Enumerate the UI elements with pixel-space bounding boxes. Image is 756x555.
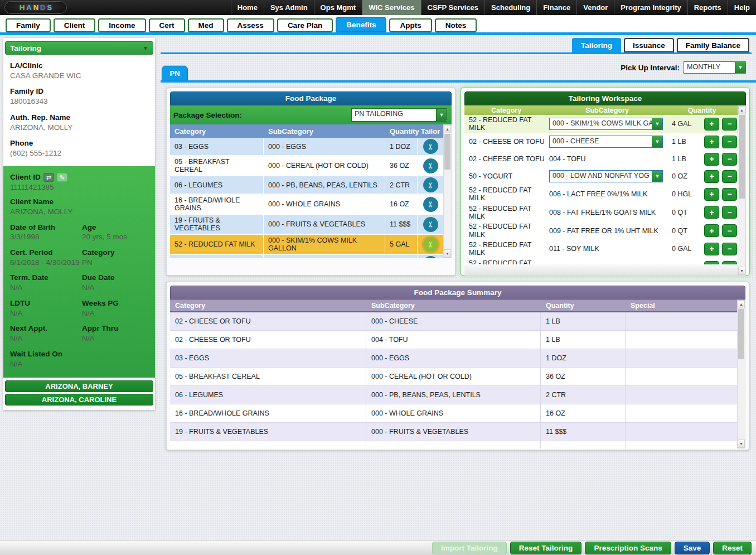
quantity-decrease-button[interactable]: −	[722, 261, 737, 264]
quantity-decrease-button[interactable]: −	[722, 153, 737, 166]
subcategory-cell: 008 - FAT FREE/1% GOATS MILK ▼ 008 - FAT…	[548, 209, 666, 216]
benefits-content: TailoringIssuanceFamily Balance PN Pick …	[161, 38, 752, 540]
quantity-decrease-button[interactable]: −	[722, 170, 737, 183]
summary-scrollbar[interactable]: ▲ ▼	[737, 300, 745, 448]
benefit-tab[interactable]: Issuance	[624, 38, 674, 52]
benefit-tab[interactable]: Family Balance	[677, 38, 749, 52]
family-member-button[interactable]: ARIZONA, CAROLINE	[5, 394, 153, 406]
module-tab[interactable]: Cert	[149, 18, 185, 32]
family-member-button[interactable]: ARIZONA, BARNEY	[5, 380, 153, 392]
food-package-row[interactable]: 05 - BREAKFAST CEREAL 000 - CEREAL (HOT …	[170, 156, 443, 176]
quantity-increase-button[interactable]: +	[704, 243, 719, 255]
scroll-down-button[interactable]: ▼	[738, 267, 745, 275]
quantity-increase-button[interactable]: +	[704, 153, 719, 166]
pickup-interval-label: Pick Up Interval:	[621, 64, 680, 72]
module-tab[interactable]: Client	[54, 18, 96, 32]
nav-item[interactable]: Ops Mgmt	[314, 0, 362, 15]
tailor-scissors-button[interactable]: ✂	[423, 177, 438, 192]
quantity-increase-button[interactable]: +	[704, 188, 719, 201]
module-tab[interactable]: Care Plan	[277, 18, 333, 32]
footer-button[interactable]: Import Tailoring	[432, 542, 507, 554]
nav-item[interactable]: WIC Services	[362, 0, 420, 15]
column-header: Special	[626, 302, 737, 310]
package-selection-dropdown[interactable]: PN TAILORING ▼	[351, 108, 447, 122]
module-tab[interactable]: Benefits	[336, 17, 386, 32]
summary-rows: 02 - CHEESE OR TOFU 000 - CHEESE 1 LB 02…	[170, 311, 737, 448]
quantity-increase-button[interactable]: +	[704, 206, 719, 219]
scroll-down-button[interactable]: ▼	[738, 440, 745, 448]
food-package-row[interactable]: 19 - FRUITS & VEGETABLES 000 - FRUITS & …	[170, 215, 443, 235]
tailor-scissors-button[interactable]: ✂	[423, 139, 438, 154]
logo-letter: D	[40, 3, 45, 12]
quantity-cell: 16 OZ	[541, 404, 626, 422]
module-tab[interactable]: Family	[6, 18, 51, 32]
quantity-decrease-button[interactable]: −	[722, 136, 737, 148]
tailor-scissors-button[interactable]: ✂	[423, 237, 438, 252]
category-cell: 52 - REDUCED FAT MILK	[464, 241, 548, 257]
edit-client-icon[interactable]: ✎	[57, 173, 67, 182]
nav-item[interactable]: Vendor	[576, 0, 614, 15]
nav-item[interactable]: Finance	[536, 0, 576, 15]
scrollbar-thumb[interactable]	[738, 309, 744, 359]
quantity-increase-button[interactable]: +	[704, 118, 719, 131]
quantity-decrease-button[interactable]: −	[722, 188, 737, 201]
scroll-up-button[interactable]: ▲	[444, 125, 451, 133]
quantity-increase-button[interactable]: +	[704, 261, 719, 264]
pickup-interval-dropdown[interactable]: MONTHLY ▼	[684, 61, 746, 74]
nav-item[interactable]: Home	[231, 0, 264, 15]
module-tab[interactable]: Med	[188, 18, 224, 32]
sidebar-field: Phone (602) 555-1212	[10, 139, 148, 158]
nav-item[interactable]: CSFP Services	[421, 0, 485, 15]
nav-item[interactable]: Sys Admin	[264, 0, 314, 15]
food-package-row[interactable]: 03 - EGGS 000 - EGGS 1 DOZ ✂	[170, 138, 443, 156]
tailor-scissors-button[interactable]: ✂	[423, 158, 438, 173]
subcategory-dropdown[interactable]: 000 - CHEESE ▼	[549, 136, 663, 148]
quantity-decrease-button[interactable]: −	[722, 224, 737, 237]
footer-button[interactable]: Reset	[713, 542, 752, 554]
footer-button[interactable]: Prescription Scans	[585, 542, 671, 554]
food-package-scrollbar[interactable]: ▲ ▼	[443, 124, 452, 258]
swap-client-icon[interactable]: ⇄	[43, 173, 54, 182]
nav-item[interactable]: Scheduling	[484, 0, 536, 15]
module-tab[interactable]: Income	[98, 18, 146, 32]
client-category-tab[interactable]: PN	[162, 66, 188, 80]
tailor-scissors-button[interactable]: ✂	[423, 217, 438, 232]
scrollbar-thumb[interactable]	[739, 115, 745, 199]
quantity-increase-button[interactable]: +	[704, 136, 719, 148]
subcategory-cell: 000 - WHOLE GRAINS	[264, 195, 385, 214]
quantity-increase-button[interactable]: +	[704, 170, 719, 183]
tailor-cell: ✂	[418, 176, 443, 194]
tailor-scissors-button[interactable]: ✂	[423, 197, 438, 212]
module-tab[interactable]: Notes	[435, 18, 477, 32]
quantity-cell: 1 DOZ	[541, 349, 626, 367]
tailor-scissors-button[interactable]: ✂	[423, 256, 438, 258]
nav-item[interactable]: Reports	[687, 0, 728, 15]
module-selector-dropdown[interactable]: Tailoring ▼	[5, 41, 153, 55]
scroll-up-button[interactable]: ▲	[738, 300, 745, 308]
benefit-tab[interactable]: Tailoring	[572, 38, 621, 52]
module-tab[interactable]: Assess	[227, 18, 274, 32]
quantity-increase-button[interactable]: +	[704, 224, 719, 237]
quantity-decrease-button[interactable]: −	[722, 206, 737, 219]
scroll-up-button[interactable]: ▲	[738, 106, 745, 114]
quantity-cell: 0 OZ	[666, 172, 704, 180]
subcategory-dropdown[interactable]: 000 - SKIM/1% COWS MILK GA ▼	[549, 118, 663, 130]
quantity-decrease-button[interactable]: −	[722, 118, 737, 131]
quantity-decrease-button[interactable]: −	[722, 243, 737, 255]
footer-button[interactable]: Save	[675, 542, 710, 554]
food-package-row[interactable]: 06 - LEGUMES 000 - PB, BEANS, PEAS, LENT…	[170, 176, 443, 195]
food-package-row[interactable]: ✂	[170, 255, 443, 258]
nav-item[interactable]: Program Integrity	[614, 0, 687, 15]
quantity-cell: 0 QT	[666, 209, 704, 216]
module-tab[interactable]: Appts	[389, 18, 432, 32]
subcategory-dropdown[interactable]: 000 - LOW AND NONFAT YOG ▼	[549, 170, 663, 182]
workspace-scrollbar[interactable]: ▲ ▼	[738, 105, 746, 276]
quantity-cell: 2 CTR	[541, 386, 626, 404]
food-package-row[interactable]: 16 - BREAD/WHOLE GRAINS 000 - WHOLE GRAI…	[170, 195, 443, 215]
nav-item[interactable]: Help	[728, 0, 756, 15]
field-value: 20 yrs, 5 mos	[82, 232, 148, 242]
footer-button[interactable]: Reset Tailoring	[510, 542, 582, 554]
scroll-down-button[interactable]: ▼	[444, 249, 451, 258]
food-package-row[interactable]: 52 - REDUCED FAT MILK 000 - SKIM/1% COWS…	[170, 235, 443, 255]
scrollbar-thumb[interactable]	[444, 134, 450, 170]
